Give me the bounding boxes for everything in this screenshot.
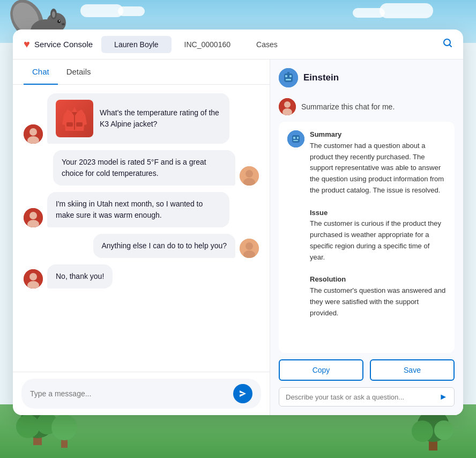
svg-point-11 [16,415,40,438]
message-text: No, thank you! [56,272,104,280]
svg-point-22 [29,128,37,136]
search-icon[interactable] [443,38,452,50]
svg-point-5 [52,11,55,18]
right-panel: Einstein Summarize this chat for me. [270,60,463,415]
tabs-bar: Chat Details [13,60,270,85]
einstein-user-text: Summarize this chat for me. [301,102,395,111]
resolution-label: Resolution [310,275,346,283]
issue-label: Issue [310,209,328,217]
avatar [240,166,259,186]
tree-center-left [48,410,80,450]
einstein-input-area: ► [279,387,455,407]
avatar [24,208,43,227]
message-row: I'm skiing in Utah next month, so I want… [24,192,259,227]
message-row: Your 2023 model is rated 5°F and is a gr… [24,150,259,186]
tab-details[interactable]: Details [58,60,100,85]
svg-point-37 [29,273,37,280]
nav-tab-inc[interactable]: INC_0000160 [172,36,243,53]
nav-tab-cases[interactable]: Cases [243,36,291,53]
svg-point-6 [57,20,61,23]
svg-rect-25 [66,122,73,127]
svg-point-14 [51,415,77,440]
einstein-input[interactable] [286,393,435,401]
chat-bubble: I'm skiing in Utah next month, so I want… [47,192,229,227]
chat-input-wrapper [21,379,261,409]
svg-rect-51 [297,137,299,139]
svg-rect-49 [292,135,300,143]
nav-bar: ♥ Service Console Lauren Boyle INC_00001… [13,29,463,60]
einstein-header: Einstein [279,68,455,92]
chat-input[interactable] [30,389,229,398]
nav-logo-text: Service Console [34,40,93,49]
chat-bubble: Your 2023 model is rated 5°F and is a gr… [53,150,235,186]
avatar [24,269,43,289]
einstein-input-wrapper: ► [279,387,455,407]
tab-chat[interactable]: Chat [24,60,58,85]
copy-button[interactable]: Copy [279,359,363,381]
svg-line-20 [450,45,452,47]
summary-card: Summary The customer had a question abou… [279,122,455,353]
chat-input-area [13,372,270,415]
send-button[interactable] [233,384,252,403]
content-area: Chat Details [13,60,463,415]
avatar [240,239,259,258]
nav-logo: ♥ Service Console [24,38,93,50]
product-image [56,100,93,137]
message-row: Anything else I can do to to help you? [24,234,259,258]
resolution-text: The customer's question was answered and… [310,286,445,317]
einstein-send-icon[interactable]: ► [439,392,448,402]
summary-label: Summary [310,130,341,138]
svg-point-7 [59,20,60,21]
message-text: Your 2023 model is rated 5°F and is a gr… [62,158,206,178]
svg-point-34 [246,242,253,250]
svg-point-18 [434,420,453,440]
einstein-response-icon [287,130,304,147]
chat-messages: What's the temperature rating of the K3 … [13,85,270,372]
svg-point-17 [412,420,433,442]
einstein-user-msg: Summarize this chat for me. [279,98,455,115]
message-row: No, thank you! [24,264,259,289]
svg-point-8 [62,23,65,25]
summary-intro: The customer had a question about a prod… [310,142,444,194]
einstein-title: Einstein [303,72,339,83]
issue-text: The customer is curious if the product t… [310,219,441,261]
svg-rect-26 [76,122,83,127]
heart-icon: ♥ [24,38,30,50]
nav-tab-lauren[interactable]: Lauren Boyle [101,36,172,53]
svg-point-31 [29,212,37,219]
chat-bubble: No, thank you! [47,264,113,289]
svg-rect-52 [293,140,298,141]
product-bubble: What's the temperature rating of the K3 … [47,93,229,144]
svg-point-28 [246,170,253,178]
svg-rect-43 [286,79,291,80]
einstein-avatar [279,68,298,87]
message-row: What's the temperature rating of the K3 … [24,93,259,144]
svg-rect-40 [284,73,293,82]
einstein-user-avatar [279,98,296,115]
svg-point-46 [284,101,291,108]
svg-rect-41 [285,75,287,77]
action-buttons: Copy Save [279,359,455,381]
svg-rect-44 [287,72,289,74]
message-text: I'm skiing in Utah next month, so I want… [56,200,203,219]
left-panel: Chat Details [13,60,270,415]
chat-bubble: Anything else I can do to to help you? [93,234,236,258]
main-card: ♥ Service Console Lauren Boyle INC_00001… [13,29,463,415]
summary-row: Summary The customer had a question abou… [287,129,446,319]
svg-rect-42 [289,75,292,77]
product-message-text: What's the temperature rating of the K3 … [100,107,221,130]
save-button[interactable]: Save [370,359,455,381]
svg-rect-50 [293,137,295,139]
message-text: Anything else I can do to to help you? [102,241,227,250]
summary-content: Summary The customer had a question abou… [310,129,446,319]
avatar [24,124,43,144]
